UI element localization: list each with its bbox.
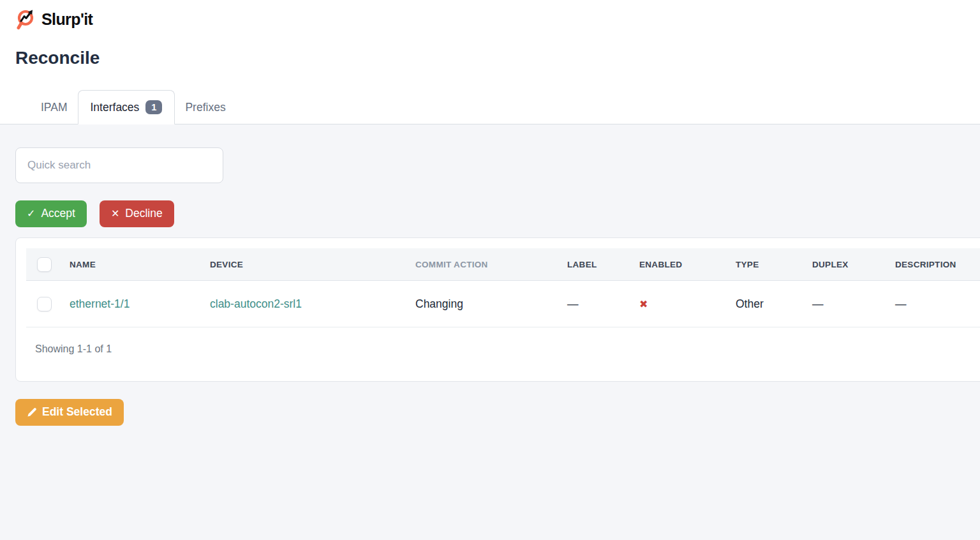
magnifier-chart-icon (15, 8, 37, 31)
tab-content: ✓ Accept ✕ Decline NAME DEVICE COMMIT AC… (0, 124, 980, 540)
column-header-device[interactable]: DEVICE (210, 248, 415, 281)
duplex-cell: — (812, 281, 895, 327)
tab-ipam[interactable]: IPAM (31, 91, 78, 124)
description-cell: — (895, 281, 980, 327)
search-input[interactable] (15, 147, 223, 183)
brand-logo[interactable]: Slurp'it (15, 8, 980, 31)
page-title: Reconcile (15, 47, 980, 69)
column-header-description[interactable]: DESCRIPTION (895, 248, 980, 281)
interface-name-link[interactable]: ethernet-1/1 (70, 297, 130, 310)
row-checkbox[interactable] (37, 297, 52, 311)
decline-button-label: Decline (125, 208, 162, 220)
accept-button-label: Accept (41, 208, 75, 220)
column-header-type[interactable]: TYPE (736, 248, 812, 281)
column-header-enabled[interactable]: ENABLED (639, 248, 736, 281)
tab-interfaces-count-badge: 1 (145, 100, 162, 115)
type-cell: Other (736, 281, 812, 327)
tab-bar: IPAM Interfaces 1 Prefixes (0, 91, 980, 124)
column-header-commit-action: COMMIT ACTION (415, 248, 567, 281)
table-header-row: NAME DEVICE COMMIT ACTION LABEL ENABLED … (26, 248, 980, 281)
pencil-icon (27, 408, 36, 417)
accept-button[interactable]: ✓ Accept (15, 200, 87, 227)
enabled-false-icon: ✖ (639, 299, 648, 310)
decline-button[interactable]: ✕ Decline (100, 200, 174, 227)
column-header-label[interactable]: LABEL (567, 248, 639, 281)
check-icon: ✓ (27, 209, 35, 219)
column-header-name[interactable]: NAME (70, 248, 210, 281)
bulk-action-buttons: ✓ Accept ✕ Decline (15, 200, 980, 227)
tab-prefixes-label: Prefixes (185, 101, 225, 114)
tab-prefixes[interactable]: Prefixes (175, 91, 235, 124)
tab-ipam-label: IPAM (41, 101, 68, 114)
header-area: Slurp'it Reconcile IPAM Interfaces 1 Pre… (0, 0, 980, 124)
column-header-duplex[interactable]: DUPLEX (812, 248, 895, 281)
table-row: ethernet-1/1 clab-autocon2-srl1 Changing… (26, 281, 980, 327)
select-all-checkbox[interactable] (37, 257, 52, 272)
edit-selected-label: Edit Selected (42, 407, 112, 418)
results-card: NAME DEVICE COMMIT ACTION LABEL ENABLED … (15, 237, 980, 382)
interfaces-table: NAME DEVICE COMMIT ACTION LABEL ENABLED … (26, 248, 980, 327)
label-cell: — (567, 281, 639, 327)
device-link[interactable]: clab-autocon2-srl1 (210, 297, 302, 310)
tab-interfaces-label: Interfaces (91, 101, 140, 114)
x-icon: ✕ (111, 209, 119, 219)
commit-action-cell: Changing (415, 281, 567, 327)
results-summary: Showing 1-1 of 1 (26, 343, 980, 356)
brand-logo-text: Slurp'it (41, 10, 93, 29)
tab-interfaces[interactable]: Interfaces 1 (78, 90, 175, 124)
edit-selected-button[interactable]: Edit Selected (15, 399, 124, 426)
